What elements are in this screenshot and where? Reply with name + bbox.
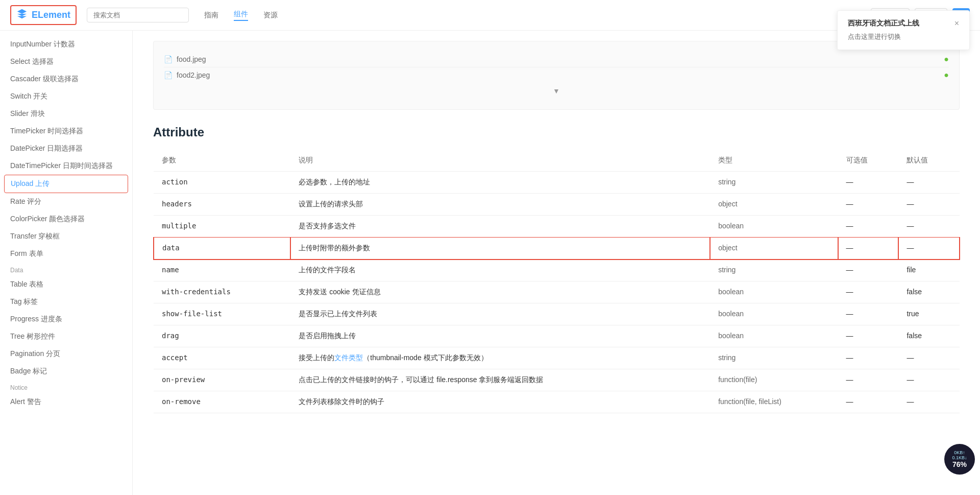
sidebar: InputNumber 计数器 Select 选择器 Cascader 级联选择… bbox=[0, 31, 133, 495]
type-cell: boolean bbox=[710, 216, 838, 238]
sidebar-item-slider[interactable]: Slider 滑块 bbox=[0, 105, 132, 123]
default-cell: — bbox=[898, 238, 959, 260]
default-cell: — bbox=[898, 347, 959, 369]
sidebar-item-table[interactable]: Table 表格 bbox=[0, 276, 132, 293]
collapse-arrow[interactable]: ▼ bbox=[164, 83, 949, 99]
desc-cell: 文件列表移除文件时的钩子 bbox=[290, 391, 710, 413]
type-cell: boolean bbox=[710, 325, 838, 347]
param-cell: with-credentials bbox=[154, 281, 290, 303]
nav-links: 指南 组件 资源 bbox=[204, 10, 278, 21]
header: ELement 指南 组件 资源 2.0.11 中文 ▼ bbox=[0, 0, 980, 31]
options-cell: — bbox=[838, 260, 899, 281]
sidebar-item-switch[interactable]: Switch 开关 bbox=[0, 88, 132, 105]
sidebar-item-progress[interactable]: Progress 进度条 bbox=[0, 311, 132, 328]
file-status-1: ● bbox=[944, 55, 949, 64]
param-cell: name bbox=[154, 260, 290, 281]
sidebar-item-form[interactable]: Form 表单 bbox=[0, 245, 132, 263]
col-type: 类型 bbox=[710, 150, 838, 172]
file-icon-2: 📄 bbox=[164, 71, 173, 79]
table-row: with-credentials支持发送 cookie 凭证信息boolean—… bbox=[154, 281, 960, 303]
sidebar-section-notice: Notice bbox=[0, 380, 132, 393]
table-row: data上传时附带的额外参数object—— bbox=[154, 238, 960, 260]
attribute-title: Attribute bbox=[153, 125, 960, 139]
type-cell: function(file, fileList) bbox=[710, 391, 838, 413]
sidebar-item-pagination[interactable]: Pagination 分页 bbox=[0, 345, 132, 363]
file-status-2: ● bbox=[944, 70, 949, 80]
type-cell: string bbox=[710, 260, 838, 281]
nav-link-components[interactable]: 组件 bbox=[234, 10, 248, 21]
sidebar-item-upload[interactable]: Upload 上传 bbox=[4, 175, 128, 193]
default-cell: false bbox=[898, 281, 959, 303]
param-cell: action bbox=[154, 172, 290, 194]
options-cell: — bbox=[838, 369, 899, 391]
type-cell: object bbox=[710, 238, 838, 260]
param-cell: multiple bbox=[154, 216, 290, 238]
system-badge-upload: 0KB↑ bbox=[954, 450, 965, 455]
nav-link-guide[interactable]: 指南 bbox=[204, 11, 218, 20]
param-cell: data bbox=[154, 238, 290, 260]
desc-cell: 是否启用拖拽上传 bbox=[290, 325, 710, 347]
sidebar-item-select[interactable]: Select 选择器 bbox=[0, 53, 132, 70]
options-cell: — bbox=[838, 325, 899, 347]
param-cell: on-remove bbox=[154, 391, 290, 413]
sidebar-item-cascader[interactable]: Cascader 级联选择器 bbox=[0, 70, 132, 88]
desc-cell: 必选参数，上传的地址 bbox=[290, 172, 710, 194]
sidebar-item-colorpicker[interactable]: ColorPicker 颜色选择器 bbox=[0, 210, 132, 228]
col-desc: 说明 bbox=[290, 150, 710, 172]
attribute-section: Attribute 参数 说明 类型 可选值 默认值 action必选参数，上传… bbox=[153, 125, 960, 413]
sidebar-item-transfer[interactable]: Transfer 穿梭框 bbox=[0, 228, 132, 245]
default-cell: file bbox=[898, 260, 959, 281]
options-cell: — bbox=[838, 281, 899, 303]
sidebar-item-datepicker[interactable]: DatePicker 日期选择器 bbox=[0, 140, 132, 157]
desc-cell: 接受上传的文件类型（thumbnail-mode 模式下此参数无效） bbox=[290, 347, 710, 369]
notification-body[interactable]: 点击这里进行切换 bbox=[848, 32, 959, 41]
sidebar-item-alert[interactable]: Alert 警告 bbox=[0, 393, 132, 411]
param-cell: on-preview bbox=[154, 369, 290, 391]
file-item-1: 📄 food.jpeg ● bbox=[164, 52, 949, 67]
file-name-1: food.jpeg bbox=[177, 55, 940, 63]
system-badge-percent: 76% bbox=[952, 460, 967, 468]
file-name-2: food2.jpeg bbox=[177, 71, 940, 79]
param-cell: show-file-list bbox=[154, 303, 290, 325]
type-cell: boolean bbox=[710, 303, 838, 325]
sidebar-item-rate[interactable]: Rate 评分 bbox=[0, 193, 132, 210]
table-row: drag是否启用拖拽上传boolean—false bbox=[154, 325, 960, 347]
desc-cell: 上传时附带的额外参数 bbox=[290, 238, 710, 260]
file-upload-demo: 📄 food.jpeg ● 📄 food2.jpeg ● ▼ bbox=[153, 41, 960, 110]
table-row: on-remove文件列表移除文件时的钩子function(file, file… bbox=[154, 391, 960, 413]
notification-title: 西班牙语文档正式上线 bbox=[848, 19, 919, 28]
default-cell: — bbox=[898, 172, 959, 194]
desc-cell: 点击已上传的文件链接时的钩子，可以通过 file.response 拿到服务端返… bbox=[290, 369, 710, 391]
sidebar-section-data: Data bbox=[0, 263, 132, 276]
sidebar-item-badge[interactable]: Badge 标记 bbox=[0, 363, 132, 380]
notification-popup: 西班牙语文档正式上线 × 点击这里进行切换 bbox=[837, 10, 970, 50]
main-content: 📄 food.jpeg ● 📄 food2.jpeg ● ▼ Attribute bbox=[133, 31, 980, 495]
options-cell: — bbox=[838, 303, 899, 325]
sidebar-item-inputnumber[interactable]: InputNumber 计数器 bbox=[0, 36, 132, 53]
logo-icon bbox=[16, 8, 28, 22]
search-input[interactable] bbox=[87, 8, 189, 22]
table-row: multiple是否支持多选文件boolean—— bbox=[154, 216, 960, 238]
system-badge: 0KB↑ 0.1KB↓ 76% bbox=[944, 444, 975, 475]
type-cell: object bbox=[710, 194, 838, 216]
desc-cell: 设置上传的请求头部 bbox=[290, 194, 710, 216]
sidebar-item-tree[interactable]: Tree 树形控件 bbox=[0, 328, 132, 345]
notification-header: 西班牙语文档正式上线 × bbox=[848, 19, 959, 28]
desc-cell: 是否支持多选文件 bbox=[290, 216, 710, 238]
options-cell: — bbox=[838, 194, 899, 216]
system-badge-download: 0.1KB↓ bbox=[952, 455, 967, 460]
options-cell: — bbox=[838, 238, 899, 260]
nav-link-resources[interactable]: 资源 bbox=[263, 11, 278, 20]
file-type-link[interactable]: 文件类型 bbox=[334, 353, 363, 362]
sidebar-item-datetimepicker[interactable]: DateTimePicker 日期时间选择器 bbox=[0, 157, 132, 175]
sidebar-item-timepicker[interactable]: TimePicker 时间选择器 bbox=[0, 123, 132, 140]
options-cell: — bbox=[838, 216, 899, 238]
notification-close-button[interactable]: × bbox=[954, 19, 959, 28]
default-cell: — bbox=[898, 194, 959, 216]
options-cell: — bbox=[838, 172, 899, 194]
col-options: 可选值 bbox=[838, 150, 899, 172]
desc-cell: 上传的文件字段名 bbox=[290, 260, 710, 281]
table-row: on-preview点击已上传的文件链接时的钩子，可以通过 file.respo… bbox=[154, 369, 960, 391]
sidebar-item-tag[interactable]: Tag 标签 bbox=[0, 293, 132, 311]
default-cell: false bbox=[898, 325, 959, 347]
